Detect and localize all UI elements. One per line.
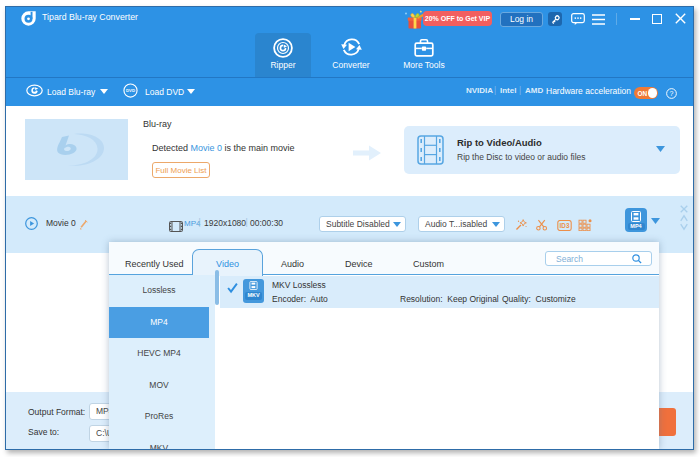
svg-text:?: ? — [670, 90, 674, 97]
svg-text:ID3: ID3 — [560, 222, 570, 229]
svg-text:DVD: DVD — [126, 88, 135, 93]
